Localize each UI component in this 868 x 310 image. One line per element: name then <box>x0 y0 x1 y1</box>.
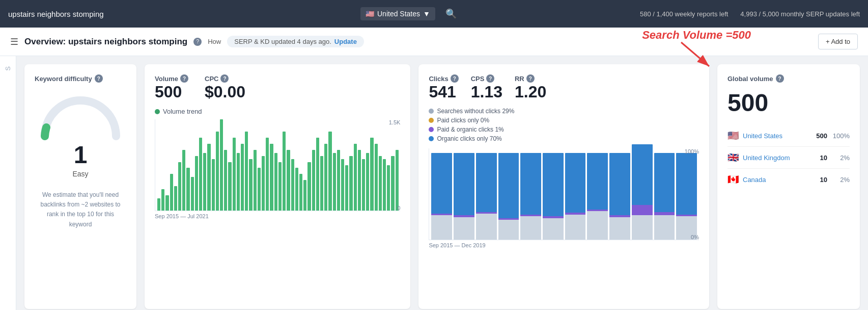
country-flag-icon: 🇺🇸 <box>727 130 739 141</box>
country-name[interactable]: United States <box>743 132 808 140</box>
blue-segment <box>543 153 564 216</box>
blue-segment <box>454 153 474 215</box>
bar <box>362 159 365 211</box>
gray-segment <box>587 211 608 240</box>
bar <box>220 119 223 211</box>
bar <box>278 162 282 211</box>
volume-bar-chart: 1.5K 0 Sep 2015 — Jul 2021 <box>155 119 400 221</box>
nav-stats: 580 / 1,400 weekly reports left 4,993 / … <box>640 10 860 18</box>
stacked-bar <box>654 153 675 240</box>
bar <box>157 198 160 211</box>
click-stats-list: Searches without clicks 29% Paid clicks … <box>429 108 699 142</box>
global-volume-value: 500 <box>727 89 850 117</box>
stacked-bar <box>520 153 541 240</box>
bar <box>312 150 315 211</box>
stacked-bar <box>431 153 452 240</box>
bar <box>254 150 257 211</box>
clicks-stacked-chart: 100% 0% Sep 2015 — Dec 2019 <box>429 148 699 250</box>
kd-card-label: Keyword difficulty ? <box>35 74 126 83</box>
top-navigation: 🇺🇸 United States ▼ 🔍 580 / 1,400 weekly … <box>0 0 868 28</box>
rr-help-icon[interactable]: ? <box>526 74 535 83</box>
cpc-metric: CPC ? $0.00 <box>205 74 245 101</box>
stacked-bar <box>498 153 519 240</box>
search-volume-annotation: Search Volume =500 <box>642 29 751 42</box>
gray-segment <box>476 214 497 240</box>
country-flag-icon: 🇨🇦 <box>727 174 739 185</box>
kd-gauge: 1 Easy <box>35 93 126 178</box>
bar <box>270 144 273 211</box>
country-row: 🇬🇧 United Kingdom 10 2% <box>727 147 850 169</box>
trend-dot-icon <box>155 109 160 114</box>
clicks-chart-date-range: Sep 2015 — Dec 2019 <box>429 242 699 248</box>
blue-segment <box>587 153 608 210</box>
blue-segment <box>632 144 653 205</box>
bar <box>191 177 194 211</box>
clicks-bars-container <box>429 148 699 240</box>
gray-segment <box>632 215 653 240</box>
stacked-bar <box>543 153 564 240</box>
volume-metrics-row: Volume ? 500 CPC ? $0.00 <box>155 74 400 101</box>
blue-segment <box>565 153 586 213</box>
country-selector[interactable]: 🇺🇸 United States ▼ <box>360 7 435 20</box>
chart-y-max: 1.5K <box>389 119 401 125</box>
purple-segment <box>654 212 675 216</box>
bar <box>249 159 252 211</box>
global-help-icon[interactable]: ? <box>776 74 784 83</box>
country-name[interactable]: United Kingdom <box>743 154 808 162</box>
blue-segment <box>498 153 519 218</box>
stacked-bar <box>632 144 653 240</box>
bar <box>262 156 265 211</box>
gray-segment <box>654 215 675 240</box>
add-to-button[interactable]: + Add to <box>818 34 858 49</box>
volume-help-icon[interactable]: ? <box>180 74 188 83</box>
bar <box>161 189 164 211</box>
country-name[interactable]: Canada <box>743 176 808 184</box>
how-label: How <box>208 38 221 45</box>
menu-icon[interactable]: ☰ <box>10 36 18 47</box>
bar <box>337 150 340 211</box>
search-button[interactable]: 🔍 <box>441 6 461 21</box>
gray-segment <box>565 215 586 240</box>
volume-card: Volume ? 500 CPC ? $0.00 Volume trend <box>145 64 410 309</box>
keyword-difficulty-card: Keyword difficulty ? 1 Easy We estimate … <box>24 64 136 309</box>
countries-list: 🇺🇸 United States 500 100% 🇬🇧 United King… <box>727 125 850 190</box>
bar <box>241 144 244 211</box>
stacked-bar <box>587 153 608 240</box>
header-bar: ☰ Overview: upstairs neighbors stomping … <box>0 28 868 56</box>
stacked-bar <box>676 153 697 240</box>
bar <box>379 156 382 211</box>
left-sidebar: S <box>0 56 16 310</box>
clicks-metric: Clicks ? 541 <box>429 74 458 101</box>
bar <box>375 144 378 211</box>
kd-value: 1 <box>74 141 88 169</box>
update-link[interactable]: Update <box>334 38 357 45</box>
bar <box>186 168 189 211</box>
click-stat-item: Searches without clicks 29% <box>429 108 699 115</box>
gauge-svg <box>40 93 121 139</box>
click-stat-item: Paid & organic clicks 1% <box>429 126 699 133</box>
bar <box>358 150 361 211</box>
keyword-search-input[interactable] <box>8 10 354 18</box>
gray-segment <box>454 217 474 240</box>
click-stat-item: Paid clicks only 0% <box>429 117 699 124</box>
bar <box>258 168 261 211</box>
cps-label: CPS ? <box>471 74 502 83</box>
page-title: Overview: upstairs neighbors stomping <box>24 37 187 47</box>
gray-segment <box>431 215 452 240</box>
country-percentage: 2% <box>831 176 850 184</box>
help-icon[interactable]: ? <box>193 38 202 46</box>
volume-label: Volume ? <box>155 74 188 83</box>
kd-easy-label: Easy <box>72 170 88 178</box>
kd-help-icon[interactable]: ? <box>95 74 103 83</box>
gray-segment <box>520 216 541 240</box>
country-row: 🇺🇸 United States 500 100% <box>727 125 850 147</box>
blue-segment <box>676 153 697 215</box>
cps-help-icon[interactable]: ? <box>486 74 494 83</box>
blue-segment <box>476 153 497 212</box>
cps-value: 1.13 <box>471 83 502 101</box>
cpc-help-icon[interactable]: ? <box>220 74 229 83</box>
bar <box>283 132 286 211</box>
clicks-help-icon[interactable]: ? <box>451 74 459 83</box>
volume-chart-date-range: Sep 2015 — Jul 2021 <box>155 213 400 219</box>
bar <box>370 138 373 211</box>
